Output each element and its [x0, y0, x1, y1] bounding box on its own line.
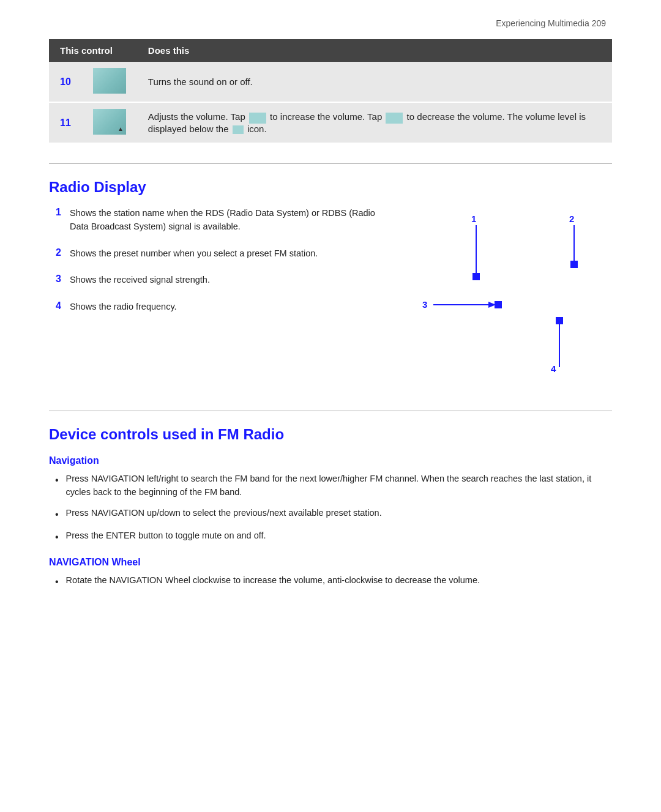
- nav-wheel-subtitle: NAVIGATION Wheel: [49, 557, 612, 568]
- radio-diagram: 1 2 3 4: [404, 207, 612, 392]
- row-num-11: 11: [49, 102, 82, 143]
- device-controls-section: Device controls used in FM Radio Navigat…: [49, 426, 612, 589]
- table-col1-header: This control: [49, 39, 137, 62]
- navigation-bullets: Press NAVIGATION left/right to search th…: [55, 472, 612, 545]
- row-num-10: 10: [49, 62, 82, 102]
- table-row: 10 Turns the sound on or off.: [49, 62, 612, 102]
- thumbnail-10: [93, 68, 126, 94]
- row-thumb-11: ▲: [82, 102, 137, 143]
- bullet-item: Press NAVIGATION left/right to search th…: [55, 472, 612, 499]
- navigation-subtitle: Navigation: [49, 455, 612, 466]
- table-col2-header: Does this: [137, 39, 612, 62]
- thumbnail-11: ▲: [93, 109, 126, 135]
- radio-display-section: Radio Display 1 Shows the station name w…: [49, 179, 612, 392]
- radio-display-title: Radio Display: [49, 179, 612, 196]
- list-item: 3 Shows the received signal strength.: [49, 274, 386, 287]
- svg-rect-2: [472, 273, 480, 280]
- row-thumb-10: [82, 62, 137, 102]
- page-number: Experiencing Multimedia 209: [496, 18, 606, 28]
- svg-text:4: 4: [551, 363, 556, 374]
- section-divider: [49, 163, 612, 164]
- nav-wheel-bullets: Rotate the NAVIGATION Wheel clockwise to…: [55, 574, 612, 589]
- radio-list: 1 Shows the station name when the RDS (R…: [49, 207, 386, 392]
- diagram-svg: 1 2 3 4: [404, 207, 612, 390]
- bullet-item: Press the ENTER button to toggle mute on…: [55, 529, 612, 545]
- section-divider-2: [49, 411, 612, 411]
- bullet-item: Rotate the NAVIGATION Wheel clockwise to…: [55, 574, 612, 589]
- svg-rect-11: [556, 317, 563, 324]
- svg-rect-5: [570, 261, 578, 268]
- svg-text:2: 2: [569, 214, 574, 224]
- table-row: 11 ▲ Adjusts the volume. Tap to increase…: [49, 102, 612, 143]
- control-table: This control Does this 10 Turns the soun…: [49, 39, 612, 144]
- row-desc-11: Adjusts the volume. Tap to increase the …: [137, 102, 612, 143]
- svg-rect-9: [495, 301, 502, 308]
- svg-text:1: 1: [471, 214, 476, 224]
- svg-text:3: 3: [422, 299, 427, 310]
- list-item: 2 Shows the preset number when you selec…: [49, 247, 386, 261]
- page-header: Experiencing Multimedia 209: [49, 18, 612, 28]
- bullet-item: Press NAVIGATION up/down to select the p…: [55, 507, 612, 522]
- device-controls-title: Device controls used in FM Radio: [49, 426, 612, 443]
- list-item: 1 Shows the station name when the RDS (R…: [49, 207, 386, 234]
- list-item: 4 Shows the radio frequency.: [49, 300, 386, 314]
- row-desc-10: Turns the sound on or off.: [137, 62, 612, 102]
